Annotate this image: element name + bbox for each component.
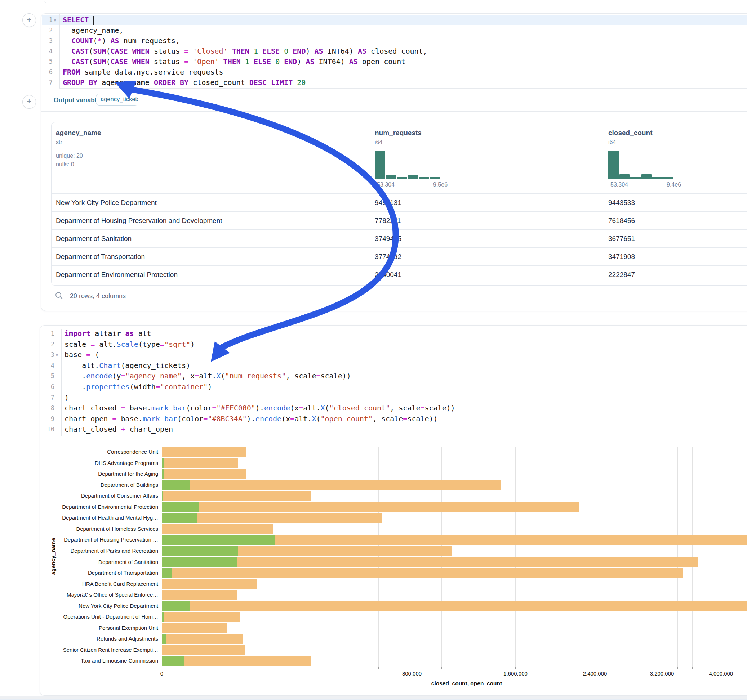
table-cell: 9453131 — [375, 194, 401, 212]
sql-cell-card: 1∨SELECT 2 agency_name,3 COUNT(*) AS num… — [41, 13, 747, 311]
table-rows: New York City Police Department945313194… — [51, 193, 747, 285]
code-text: FROM sample_data.nyc.service_requests — [63, 67, 224, 77]
code-text: SELECT — [63, 15, 94, 25]
histogram-max-label: 9.5e6 — [433, 181, 448, 188]
code-text: CAST(SUM(CASE WHEN status = 'Open' THEN … — [63, 57, 405, 67]
code-line[interactable]: 1import altair as alt — [40, 328, 747, 339]
table-header: agency_namestrunique: 20nulls: 0num_requ… — [51, 122, 747, 193]
line-number: 1 — [41, 15, 53, 25]
output-table-divider — [41, 111, 747, 112]
add-cell-button-middle[interactable]: + — [22, 95, 36, 109]
table-cell: 3774892 — [375, 248, 401, 266]
table-cell: Department of Housing Preservation and D… — [56, 212, 222, 230]
code-line[interactable]: 7GROUP BY agency_name ORDER BY closed_co… — [41, 77, 747, 88]
sql-editor[interactable]: 1∨SELECT 2 agency_name,3 COUNT(*) AS num… — [41, 14, 747, 88]
line-number: 10 — [40, 424, 54, 435]
table-cell: 7782211 — [375, 212, 401, 230]
line-number: 5 — [41, 57, 53, 67]
code-text: GROUP BY agency_name ORDER BY closed_cou… — [63, 77, 305, 88]
sql-output-divider — [59, 88, 747, 89]
next-cell-strip-edge — [0, 698, 747, 700]
table-cell: Department of Environmental Protection — [56, 266, 178, 284]
fold-chevron-icon[interactable]: ∨ — [56, 350, 58, 361]
line-number: 9 — [40, 414, 54, 424]
table-cell: 3749485 — [375, 230, 401, 248]
line-number: 7 — [40, 392, 54, 403]
code-text: ) — [65, 392, 69, 403]
code-text: base = ( — [65, 350, 99, 361]
column-meta: unique: 20 — [56, 153, 83, 159]
text-cursor — [93, 16, 94, 25]
code-line[interactable]: 6FROM sample_data.nyc.service_requests — [41, 67, 747, 77]
next-cell-strip — [0, 696, 747, 698]
code-line[interactable]: 5 CAST(SUM(CASE WHEN status = 'Open' THE… — [41, 57, 747, 67]
code-text: .properties(width="container") — [65, 382, 212, 392]
column-meta: nulls: 0 — [56, 161, 74, 168]
table-cell: 3677651 — [608, 230, 635, 248]
code-line[interactable]: 7) — [40, 392, 747, 403]
code-text: scale = alt.Scale(type="sqrt") — [65, 339, 195, 350]
code-line[interactable]: 1∨SELECT — [41, 15, 747, 25]
code-text: chart_open = base.mark_bar(color="#8BC34… — [65, 414, 438, 424]
table-cell: 2222847 — [608, 266, 635, 284]
code-text: chart_closed + chart_open — [65, 424, 173, 435]
table-cell: 7618456 — [608, 212, 635, 230]
python-gutter-divider — [61, 329, 62, 436]
column-histogram — [608, 151, 674, 180]
code-text: COUNT(*) AS num_requests, — [63, 36, 180, 46]
table-row[interactable]: Department of Environmental Protection22… — [51, 266, 747, 284]
code-line[interactable]: 3 COUNT(*) AS num_requests, — [41, 36, 747, 46]
code-line[interactable]: 6 .properties(width="container") — [40, 382, 747, 392]
line-number: 6 — [40, 382, 54, 392]
output-variable-label: Output variable: — [54, 97, 102, 104]
code-line[interactable]: 4 CAST(SUM(CASE WHEN status = 'Closed' T… — [41, 46, 747, 57]
add-cell-button-top[interactable]: + — [22, 13, 36, 27]
line-number: 3 — [40, 350, 54, 361]
line-number: 2 — [41, 25, 53, 36]
line-number: 3 — [41, 36, 53, 46]
python-cell-card: 1import altair as alt2scale = alt.Scale(… — [39, 325, 747, 695]
code-line[interactable]: 9chart_open = base.mark_bar(color="#8BC3… — [40, 414, 747, 424]
code-text: import altair as alt — [65, 328, 151, 339]
table-cell: Department of Sanitation — [56, 230, 132, 248]
column-type: i64 — [608, 139, 616, 145]
sql-gutter-divider — [59, 14, 60, 88]
table-row-count: 20 rows, 4 columns — [70, 293, 126, 300]
table-row[interactable]: Department of Housing Preservation and D… — [51, 211, 747, 230]
search-icon[interactable] — [54, 291, 64, 300]
code-text: CAST(SUM(CASE WHEN status = 'Closed' THE… — [63, 46, 427, 57]
line-number: 4 — [40, 361, 54, 371]
line-number: 6 — [41, 67, 53, 77]
code-text: agency_name, — [63, 25, 124, 36]
table-row[interactable]: Department of Transportation377489234719… — [51, 247, 747, 266]
histogram-max-label: 9.4e6 — [667, 181, 681, 188]
table-cell: 2240041 — [375, 266, 401, 284]
column-name[interactable]: closed_count — [608, 129, 652, 137]
histogram-min-label: 53,304 — [377, 181, 395, 188]
table-row[interactable]: New York City Police Department945313194… — [51, 193, 747, 212]
line-number: 8 — [40, 403, 54, 414]
column-type: i64 — [375, 139, 382, 145]
code-line[interactable]: 4 alt.Chart(agency_tickets) — [40, 361, 747, 371]
column-name[interactable]: num_requests — [375, 129, 422, 137]
code-line[interactable]: 3∨base = ( — [40, 350, 747, 361]
result-table[interactable]: agency_namestrunique: 20nulls: 0num_requ… — [51, 122, 747, 285]
column-name[interactable]: agency_name — [56, 129, 101, 137]
line-number: 4 — [41, 46, 53, 57]
table-row[interactable]: Department of Sanitation37494853677651 — [51, 229, 747, 248]
code-line[interactable]: 2 agency_name, — [41, 25, 747, 36]
column-histogram — [375, 151, 440, 180]
previous-cell-edge — [43, 0, 747, 3]
table-cell: New York City Police Department — [56, 194, 157, 212]
line-number: 7 — [41, 77, 53, 88]
code-line[interactable]: 5 .encode(y="agency_name", x=alt.X("num_… — [40, 371, 747, 382]
code-line[interactable]: 8chart_closed = base.mark_bar(color="#FF… — [40, 403, 747, 414]
code-line[interactable]: 10chart_closed + chart_open — [40, 424, 747, 435]
column-type: str — [56, 139, 62, 145]
line-number: 5 — [40, 371, 54, 382]
python-editor[interactable]: 1import altair as alt2scale = alt.Scale(… — [40, 328, 747, 436]
code-line[interactable]: 2scale = alt.Scale(type="sqrt") — [40, 339, 747, 350]
fold-chevron-icon[interactable]: ∨ — [54, 15, 57, 25]
output-variable-pill[interactable]: agency_tickets — [96, 94, 138, 106]
line-number: 2 — [40, 339, 54, 350]
